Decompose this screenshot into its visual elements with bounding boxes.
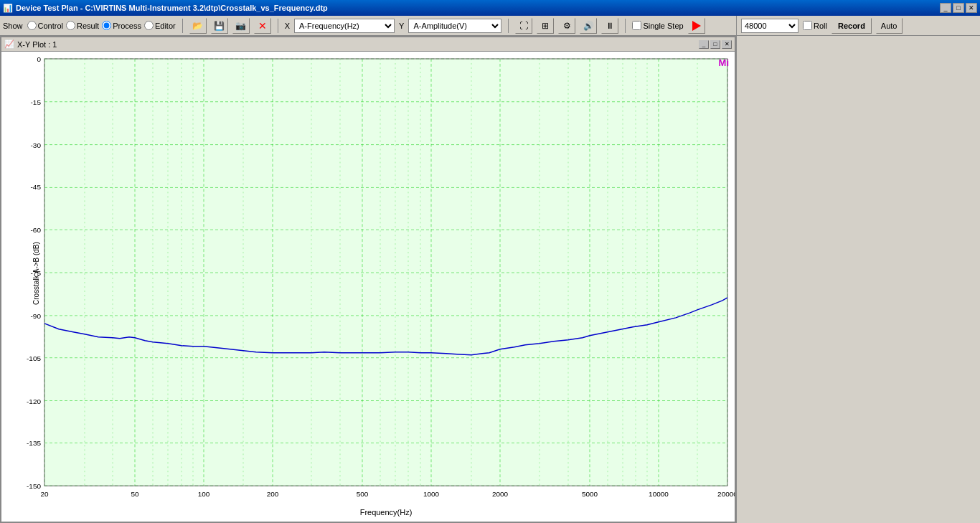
sample-rate-select[interactable]: 48000 [741,19,798,33]
window-title: Device Test Plan - C:\VIRTINS Multi-Inst… [16,4,328,12]
svg-text:1000: 1000 [423,490,440,498]
svg-text:-90: -90 [31,312,42,320]
play-button[interactable] [688,18,705,34]
svg-text:-120: -120 [27,397,41,405]
control-radio-label[interactable]: Control [27,21,63,30]
plot-title-left: 📈 X-Y Plot : 1 [4,39,57,49]
svg-text:Crosstalk A->B (dB): Crosstalk A->B (dB) [32,242,40,305]
svg-text:-15: -15 [31,98,42,106]
svg-text:-105: -105 [27,354,41,362]
plot-title-bar: 📈 X-Y Plot : 1 _ □ ✕ [1,37,735,52]
plot-window-controls[interactable]: _ □ ✕ [699,40,732,49]
show-group: Show [3,22,23,30]
control-radio[interactable] [27,21,37,30]
svg-rect-1 [44,59,727,486]
pause-button[interactable]: ⏸ [601,18,618,34]
watermark: Mi [719,57,729,68]
auto-button[interactable]: Auto [876,18,903,34]
svg-text:20: 20 [40,490,49,498]
title-bar: 📊 Device Test Plan - C:\VIRTINS Multi-In… [0,0,980,16]
title-bar-left: 📊 Device Test Plan - C:\VIRTINS Multi-In… [3,4,328,13]
svg-text:0: 0 [37,55,41,63]
plot-close-button[interactable]: ✕ [722,40,732,49]
plot-minimize-button[interactable]: _ [699,40,709,49]
y-label: Y [399,22,404,30]
x-label: X [285,22,290,30]
close-button[interactable]: ✕ [966,3,977,13]
result-radio[interactable] [66,21,75,30]
svg-text:2000: 2000 [492,490,509,498]
audio-button[interactable]: 🔊 [580,18,597,34]
right-panel [736,36,980,523]
svg-text:-45: -45 [31,183,42,191]
svg-text:-150: -150 [27,482,41,490]
radio-group: Control Result Process Editor [27,21,176,30]
left-panel: 📈 X-Y Plot : 1 _ □ ✕ Mi [0,36,736,523]
separator-1 [182,19,183,33]
plot-title: X-Y Plot : 1 [17,40,57,49]
svg-text:20000: 20000 [717,490,735,498]
svg-text:100: 100 [198,490,210,498]
single-step-checkbox[interactable] [632,21,641,30]
save-button[interactable]: 💾 [211,18,228,34]
svg-text:-135: -135 [27,439,41,447]
separator-2 [278,19,278,33]
show-label: Show [3,22,23,30]
y-axis-select[interactable]: A-Amplitude(V) [408,19,501,33]
svg-text:200: 200 [267,490,279,498]
title-bar-controls[interactable]: _ □ ✕ [940,3,977,13]
play-icon [692,21,701,31]
roll-checkbox[interactable] [803,21,812,30]
process-radio[interactable] [102,21,111,30]
app-icon: 📊 [3,4,13,13]
roll-label[interactable]: Roll [803,21,827,30]
x-axis-select[interactable]: A-Frequency(Hz) [294,19,395,33]
close-icon-btn[interactable]: ✕ [254,18,271,34]
chart-svg: 0 -15 -30 -45 -60 -75 -90 -105 -120 -135… [1,52,735,522]
plot-window: 📈 X-Y Plot : 1 _ □ ✕ Mi [0,36,736,523]
process-radio-label[interactable]: Process [102,21,141,30]
separator-3 [508,19,509,33]
main-area: 📈 X-Y Plot : 1 _ □ ✕ Mi [0,36,980,523]
svg-text:500: 500 [357,490,369,498]
result-radio-label[interactable]: Result [66,21,99,30]
single-step-label[interactable]: Single Step [632,21,683,30]
zoom-button[interactable]: ⛶ [515,18,532,34]
open-button[interactable]: 📂 [189,18,207,34]
grid-button[interactable]: ⊞ [537,18,554,34]
editor-radio-label[interactable]: Editor [144,21,176,30]
settings-button[interactable]: ⚙ [558,18,575,34]
record-button[interactable]: Record [831,18,872,34]
minimize-button[interactable]: _ [940,3,951,13]
maximize-button[interactable]: □ [953,3,964,13]
svg-text:-30: -30 [31,141,42,149]
plot-icon: 📈 [4,39,14,49]
svg-text:50: 50 [131,490,139,498]
separator-4 [625,19,626,33]
plot-maximize-button[interactable]: □ [710,40,720,49]
chart-area: Mi [1,52,735,522]
secondary-toolbar: 48000 Roll Record Auto [736,16,980,36]
svg-text:Frequency(Hz): Frequency(Hz) [360,508,413,517]
editor-radio[interactable] [144,21,154,30]
svg-text:10000: 10000 [649,490,669,498]
svg-text:-60: -60 [31,226,42,234]
svg-text:5000: 5000 [582,490,598,498]
camera-button[interactable]: 📷 [232,18,250,34]
